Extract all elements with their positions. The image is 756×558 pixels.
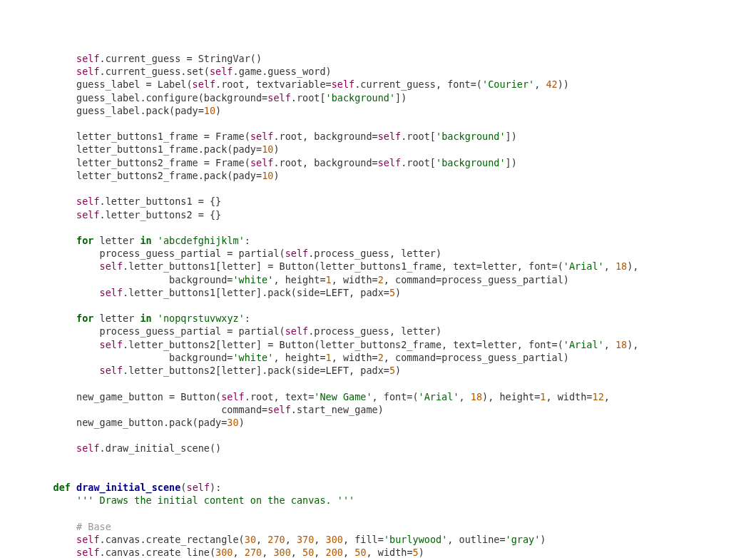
code-line[interactable]: self.canvas.create_rectangle(30, 270, 37… <box>30 533 756 546</box>
code-line[interactable] <box>30 507 756 520</box>
code-line[interactable]: self.letter_buttons1[letter].pack(side=L… <box>30 286 756 299</box>
code-line[interactable]: self.draw_initial_scene() <box>30 442 756 455</box>
code-line[interactable]: self.letter_buttons2 = {} <box>30 208 756 221</box>
code-line[interactable]: guess_label = Label(self.root, textvaria… <box>30 78 756 91</box>
code-line[interactable]: process_guess_partial = partial(self.pro… <box>30 247 756 260</box>
code-line[interactable]: self.letter_buttons2[letter].pack(side=L… <box>30 364 756 377</box>
code-line[interactable]: process_guess_partial = partial(self.pro… <box>30 325 756 338</box>
code-line[interactable]: self.letter_buttons1 = {} <box>30 195 756 208</box>
code-line[interactable]: letter_buttons1_frame.pack(pady=10) <box>30 143 756 156</box>
code-line[interactable]: letter_buttons2_frame.pack(pady=10) <box>30 169 756 182</box>
code-editor[interactable]: self.current_guess = StringVar() self.cu… <box>0 52 756 558</box>
code-line[interactable] <box>30 455 756 468</box>
code-line[interactable]: letter_buttons1_frame = Frame(self.root,… <box>30 130 756 143</box>
code-line[interactable] <box>30 429 756 442</box>
code-line[interactable]: new_game_button.pack(pady=30) <box>30 416 756 429</box>
code-line[interactable]: command=self.start_new_game) <box>30 403 756 416</box>
code-line[interactable] <box>30 299 756 312</box>
code-line[interactable]: ''' Draws the initial content on the can… <box>30 494 756 507</box>
code-line[interactable]: self.current_guess.set(self.game.guess_w… <box>30 65 756 78</box>
code-line[interactable]: letter_buttons2_frame = Frame(self.root,… <box>30 156 756 169</box>
code-line[interactable]: for letter in 'abcdefghijklm': <box>30 234 756 247</box>
code-line[interactable]: # Base <box>30 520 756 533</box>
code-line[interactable] <box>30 182 756 195</box>
code-line[interactable]: self.canvas.create_line(300, 270, 300, 5… <box>30 546 756 558</box>
code-line[interactable]: background='white', height=1, width=2, c… <box>30 351 756 364</box>
code-line[interactable] <box>30 117 756 130</box>
code-line[interactable]: def draw_initial_scene(self): <box>30 481 756 494</box>
code-line[interactable] <box>30 221 756 234</box>
code-line[interactable] <box>30 468 756 481</box>
code-line[interactable] <box>30 377 756 390</box>
code-line[interactable]: guess_label.pack(pady=10) <box>30 104 756 117</box>
code-line[interactable]: self.current_guess = StringVar() <box>30 52 756 65</box>
code-line[interactable]: self.letter_buttons1[letter] = Button(le… <box>30 260 756 273</box>
code-line[interactable]: guess_label.configure(background=self.ro… <box>30 91 756 104</box>
code-line[interactable]: background='white', height=1, width=2, c… <box>30 273 756 286</box>
code-line[interactable]: for letter in 'nopqrstuvwxyz': <box>30 312 756 325</box>
code-line[interactable]: new_game_button = Button(self.root, text… <box>30 390 756 403</box>
code-line[interactable]: self.letter_buttons2[letter] = Button(le… <box>30 338 756 351</box>
